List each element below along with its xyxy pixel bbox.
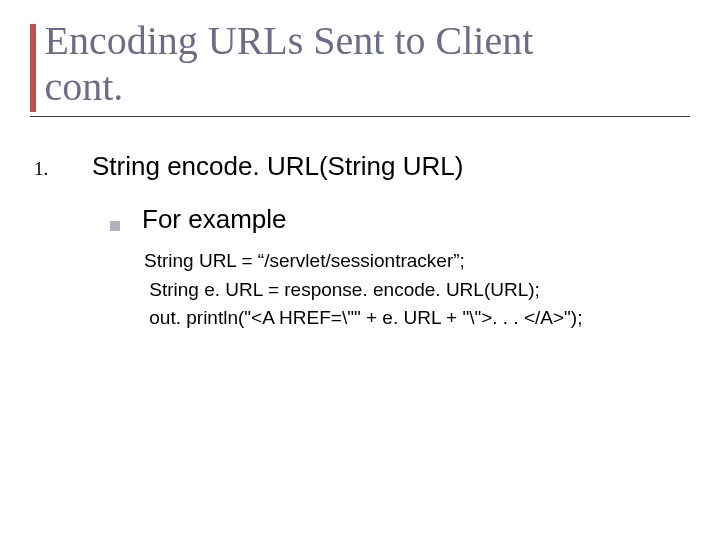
sub-item-text: For example (142, 204, 287, 235)
slide-title-block: Encoding URLs Sent to Client cont. (30, 18, 690, 117)
slide-body: 1. String encode. URL(String URL) For ex… (30, 135, 690, 333)
code-line-1: String URL = “/servlet/sessiontracker”; (144, 250, 465, 271)
slide: Encoding URLs Sent to Client cont. 1. St… (0, 0, 720, 540)
list-number: 1. (34, 158, 92, 180)
title-line-2: cont. (44, 64, 123, 109)
code-line-2: String e. URL = response. encode. URL(UR… (144, 279, 540, 300)
code-example: String URL = “/servlet/sessiontracker”; … (144, 247, 690, 333)
square-bullet-icon (110, 221, 120, 231)
title-rule (30, 116, 690, 117)
slide-title: Encoding URLs Sent to Client cont. (44, 18, 533, 110)
accent-bar (30, 24, 36, 112)
list-text: String encode. URL(String URL) (92, 151, 463, 182)
sub-item: For example (110, 204, 690, 235)
list-item-1: 1. String encode. URL(String URL) (34, 151, 690, 182)
code-line-3: out. println("<A HREF=\"" + e. URL + "\"… (144, 307, 582, 328)
title-line-1: Encoding URLs Sent to Client (44, 18, 533, 63)
